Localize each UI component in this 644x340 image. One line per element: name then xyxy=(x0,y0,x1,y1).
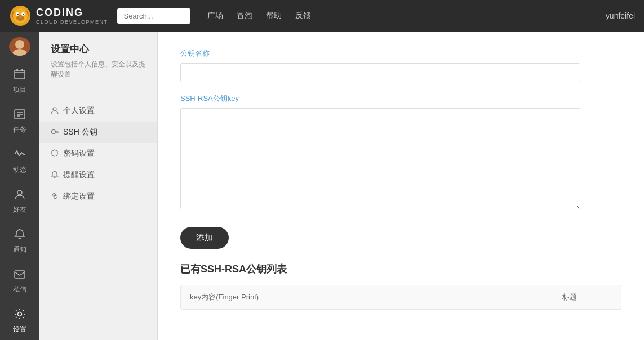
sidebar-friends-label: 好友 xyxy=(13,205,26,214)
nav-plaza[interactable]: 广场 xyxy=(202,7,229,24)
col-title: 标题 xyxy=(553,285,621,309)
nav-feedback[interactable]: 反馈 xyxy=(290,7,317,24)
svg-point-19 xyxy=(17,190,22,195)
sidebar-activity-label: 动态 xyxy=(13,165,26,175)
svg-rect-13 xyxy=(16,69,18,71)
tasks-icon xyxy=(11,106,28,123)
icon-sidebar: 项目 任务 动态 xyxy=(0,32,39,340)
existing-keys-title: 已有SSH-RSA公钥列表 xyxy=(180,262,621,276)
sidebar-notifications-label: 通知 xyxy=(13,245,26,254)
sidebar-item-friends[interactable]: 好友 xyxy=(0,180,39,220)
col-fingerprint: key内容(Finger Print) xyxy=(181,285,553,309)
messages-icon xyxy=(11,266,28,283)
sidebar-settings-label: 设置 xyxy=(13,325,26,334)
svg-rect-12 xyxy=(15,70,25,79)
key-name-input[interactable] xyxy=(180,63,580,82)
main-nav: 广场 冒泡 帮助 反馈 xyxy=(202,7,317,24)
sidebar-item-projects[interactable]: 项目 xyxy=(0,60,39,100)
brand-title: CODING xyxy=(36,7,108,19)
notifications-icon xyxy=(11,226,28,243)
username-display: yunfeifei xyxy=(606,11,635,20)
keys-table-header: key内容(Finger Print) 标题 xyxy=(180,285,621,310)
sidebar-divider xyxy=(39,93,157,93)
key-name-label: 公钥名称 xyxy=(180,48,621,59)
nav-reminder-settings[interactable]: 提醒设置 xyxy=(39,164,157,186)
settings-icon xyxy=(11,306,28,323)
nav-ssh-settings[interactable]: SSH 公钥 xyxy=(39,122,157,143)
layout: 项目 任务 动态 xyxy=(0,32,644,340)
nav-personal-label: 个人设置 xyxy=(63,106,95,116)
nav-help[interactable]: 帮助 xyxy=(260,7,287,24)
key-icon xyxy=(51,128,59,137)
brand-text: CODING CLOUD DEVELOPMENT xyxy=(36,7,108,25)
svg-rect-14 xyxy=(21,69,23,71)
settings-desc: 设置包括个人信息、安全以及提醒设置 xyxy=(39,59,157,88)
sidebar-item-settings[interactable]: 设置 xyxy=(0,300,39,340)
sidebar-item-activity[interactable]: 动态 xyxy=(0,140,39,180)
navbar: CODING CLOUD DEVELOPMENT 广场 冒泡 帮助 反馈 yun… xyxy=(0,0,644,32)
sidebar-item-notifications[interactable]: 通知 xyxy=(0,220,39,260)
nav-ssh-label: SSH 公钥 xyxy=(63,127,97,137)
nav-password-settings[interactable]: 密码设置 xyxy=(39,143,157,164)
svg-point-10 xyxy=(15,40,24,49)
search-input[interactable] xyxy=(117,8,190,24)
nav-binding-settings[interactable]: 绑定设置 xyxy=(39,186,157,207)
svg-point-24 xyxy=(52,129,56,133)
main-content: 公钥名称 SSH-RSA公钥key 添加 已有SSH-RSA公钥列表 key内容… xyxy=(158,32,644,340)
bell-icon xyxy=(51,171,59,180)
ssh-key-textarea[interactable] xyxy=(180,108,580,209)
ssh-key-label: SSH-RSA公钥key xyxy=(180,93,621,104)
svg-point-20 xyxy=(19,229,20,230)
add-button[interactable]: 添加 xyxy=(180,227,229,249)
svg-point-7 xyxy=(17,14,19,15)
svg-point-8 xyxy=(23,14,24,15)
sidebar-projects-label: 项目 xyxy=(13,85,26,95)
nav-reminder-label: 提醒设置 xyxy=(63,170,95,180)
nav-bubble[interactable]: 冒泡 xyxy=(231,7,258,24)
shield-icon xyxy=(51,149,59,159)
projects-icon xyxy=(11,66,28,83)
sidebar-item-messages[interactable]: 私信 xyxy=(0,260,39,300)
svg-point-11 xyxy=(12,49,27,56)
nav-password-label: 密码设置 xyxy=(63,149,95,159)
svg-point-23 xyxy=(53,108,56,111)
sidebar-item-tasks[interactable]: 任务 xyxy=(0,100,39,140)
nav-binding-label: 绑定设置 xyxy=(63,191,95,202)
settings-sidebar: 设置中心 设置包括个人信息、安全以及提醒设置 个人设置 SSH 公 xyxy=(39,32,158,340)
svg-point-22 xyxy=(18,312,22,316)
sidebar-messages-label: 私信 xyxy=(13,285,26,294)
brand-logo xyxy=(9,5,32,27)
sidebar-tasks-label: 任务 xyxy=(13,125,26,135)
link-icon xyxy=(51,192,59,202)
brand-subtitle: CLOUD DEVELOPMENT xyxy=(36,19,108,25)
svg-point-9 xyxy=(19,16,22,18)
friends-icon xyxy=(11,186,28,203)
avatar[interactable] xyxy=(9,37,30,56)
settings-title: 设置中心 xyxy=(39,43,157,59)
nav-personal-settings[interactable]: 个人设置 xyxy=(39,100,157,122)
ssh-key-group: SSH-RSA公钥key xyxy=(180,93,621,211)
brand: CODING CLOUD DEVELOPMENT xyxy=(9,5,108,27)
svg-rect-21 xyxy=(15,271,25,278)
person-icon xyxy=(51,106,59,116)
key-name-group: 公钥名称 xyxy=(180,48,621,82)
activity-icon xyxy=(11,146,28,163)
